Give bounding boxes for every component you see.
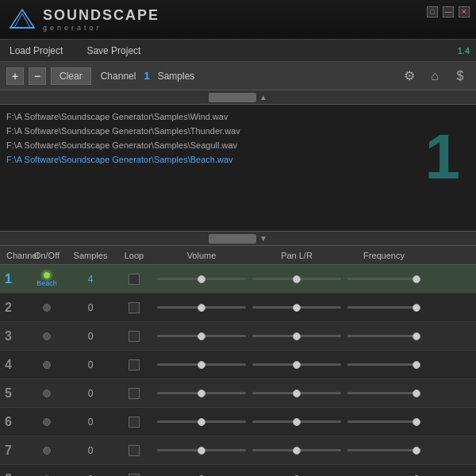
led-4[interactable] — [43, 361, 51, 369]
pan-slider-3[interactable] — [249, 335, 344, 337]
scrollbar-top[interactable]: ▲ — [0, 90, 476, 105]
col-pan: Pan L/R — [249, 251, 344, 260]
led-cell-6 — [27, 418, 67, 426]
scrollbar-thumb-bottom[interactable] — [209, 234, 256, 244]
sample-file-2[interactable]: F:\A Software\Soundscape Generator\Sampl… — [6, 124, 470, 138]
scroll-up-arrow[interactable]: ▲ — [259, 93, 267, 102]
volume-slider-6[interactable] — [154, 420, 249, 423]
channel-number-6: 6 — [3, 415, 27, 429]
pan-slider-7[interactable] — [249, 449, 344, 451]
toolbar: + − Clear Channel 1 Samples ⚙ ⌂ $ — [0, 62, 476, 90]
frequency-slider-6[interactable] — [344, 420, 424, 423]
pan-slider-6[interactable] — [249, 420, 344, 423]
channel-row-6[interactable]: 60 — [0, 408, 476, 436]
loop-checkbox-3[interactable] — [129, 331, 140, 342]
pan-slider-4[interactable] — [249, 363, 344, 366]
channel-label: Channel — [101, 71, 136, 82]
frequency-slider-5[interactable] — [344, 392, 424, 394]
samples-count-3: 0 — [67, 331, 114, 342]
led-2[interactable] — [43, 304, 51, 312]
channel-number-1: 1 — [3, 272, 27, 286]
frequency-slider-7[interactable] — [344, 449, 424, 451]
pan-slider-1[interactable] — [249, 278, 344, 280]
col-samples: Samples — [67, 251, 114, 260]
home-icon[interactable]: ⌂ — [425, 67, 444, 86]
volume-slider-1[interactable] — [154, 278, 249, 280]
channel-row-7[interactable]: 70 — [0, 436, 476, 465]
led-6[interactable] — [43, 418, 51, 426]
loop-checkbox-4[interactable] — [129, 359, 140, 370]
samples-count-1: 4 — [67, 274, 114, 285]
clear-button[interactable]: Clear — [51, 67, 91, 85]
load-project-menu[interactable]: Load Project — [10, 45, 63, 56]
remove-button[interactable]: − — [29, 67, 46, 85]
channel-number-7: 7 — [3, 443, 27, 458]
big-channel-number: 1 — [425, 121, 461, 194]
add-button[interactable]: + — [6, 67, 24, 85]
channel-row-5[interactable]: 50 — [0, 379, 476, 408]
loop-checkbox-5[interactable] — [129, 388, 140, 399]
logo-icon — [6, 6, 38, 33]
led-1[interactable] — [43, 271, 51, 279]
channel-row-2[interactable]: 20 — [0, 294, 476, 322]
channel-row-4[interactable]: 40 — [0, 351, 476, 379]
loop-checkbox-1[interactable] — [129, 274, 140, 285]
col-loop: Loop — [114, 251, 154, 260]
toolbar-right: ⚙ ⌂ $ — [400, 67, 470, 86]
channel-row-1[interactable]: 1Beach4 — [0, 265, 476, 294]
loop-checkbox-2[interactable] — [129, 302, 140, 313]
pan-slider-2[interactable] — [249, 306, 344, 309]
scrollbar-bottom[interactable]: ▼ — [0, 232, 476, 246]
frequency-slider-2[interactable] — [344, 306, 424, 309]
grid-header: Channel On/Off Samples Loop Volume Pan L… — [0, 246, 476, 265]
scrollbar-thumb-top[interactable] — [209, 93, 256, 102]
svg-marker-0 — [10, 10, 34, 28]
close-button[interactable]: ✕ — [459, 6, 470, 17]
frequency-slider-3[interactable] — [344, 335, 424, 337]
channel-number-2: 2 — [3, 301, 27, 315]
sample-area: F:\A Software\Soundscape Generator\Sampl… — [0, 105, 476, 232]
samples-count-7: 0 — [67, 445, 114, 456]
scroll-down-arrow[interactable]: ▼ — [259, 234, 267, 243]
loop-checkbox-6[interactable] — [129, 416, 140, 428]
minimize-button[interactable]: □ — [427, 6, 438, 17]
version-label: 1.4 — [458, 46, 470, 56]
led-cell-7 — [27, 447, 67, 455]
volume-slider-7[interactable] — [154, 449, 249, 451]
channel-number-8: 8 — [3, 472, 27, 477]
led-cell-5 — [27, 390, 67, 397]
settings-icon[interactable]: ⚙ — [400, 67, 419, 86]
volume-slider-4[interactable] — [154, 363, 249, 366]
channel-row-8[interactable]: 80 — [0, 465, 476, 476]
sample-file-0[interactable]: F:\A Software\Soundscape Generator\Sampl… — [6, 152, 470, 167]
volume-slider-3[interactable] — [154, 335, 249, 337]
logo-text: SOUNDSCAPE — [43, 7, 159, 24]
col-frequency: Frequency — [344, 251, 424, 260]
dollar-icon[interactable]: $ — [451, 67, 470, 86]
led-3[interactable] — [43, 332, 51, 340]
logo-sub: generator — [43, 24, 159, 32]
loop-checkbox-7[interactable] — [129, 445, 140, 456]
volume-slider-2[interactable] — [154, 306, 249, 309]
led-cell-4 — [27, 361, 67, 369]
led-5[interactable] — [43, 390, 51, 397]
led-cell-3 — [27, 332, 67, 340]
frequency-slider-4[interactable] — [344, 363, 424, 366]
samples-count-4: 0 — [67, 359, 114, 370]
save-project-menu[interactable]: Save Project — [86, 45, 140, 56]
sample-file-3[interactable]: F:\A Software\Soundscape Generator\Sampl… — [6, 109, 470, 124]
samples-label: Samples — [158, 71, 195, 82]
svg-marker-1 — [14, 13, 30, 28]
led-7[interactable] — [43, 447, 51, 455]
loop-checkbox-8[interactable] — [129, 474, 140, 477]
samples-count-6: 0 — [67, 416, 114, 428]
col-channel: Channel — [3, 251, 27, 260]
channel-row-3[interactable]: 30 — [0, 322, 476, 351]
frequency-slider-1[interactable] — [344, 278, 424, 280]
channel-number-5: 5 — [3, 386, 27, 401]
sample-file-1[interactable]: F:\A Software\Soundscape Generator\Sampl… — [6, 138, 470, 152]
volume-slider-5[interactable] — [154, 392, 249, 394]
logo-area: SOUNDSCAPE generator — [43, 7, 159, 32]
pan-slider-5[interactable] — [249, 392, 344, 394]
restore-button[interactable]: — — [443, 6, 454, 17]
